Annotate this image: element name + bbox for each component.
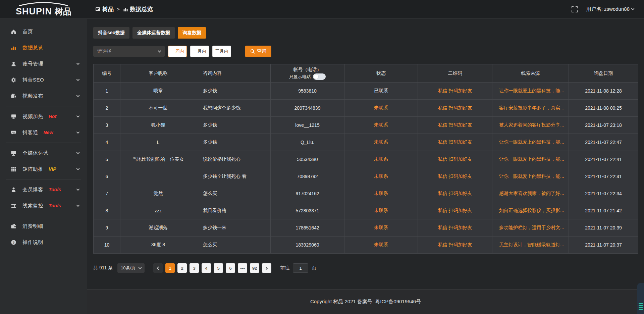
cell-source[interactable]: 让你一眼就爱上的黑科技，能...: [492, 134, 569, 151]
filter-select[interactable]: 请选择: [93, 46, 165, 57]
tab-抖音seo数据[interactable]: 抖音seo数据: [93, 27, 129, 39]
goto-page-input[interactable]: [293, 263, 308, 273]
cell-qrcode[interactable]: 私信 扫码加好友: [418, 134, 492, 151]
top-header: SHUPIN 树品 树品 > 数据总览: [0, 0, 644, 19]
page-button-92[interactable]: 92: [250, 263, 259, 273]
chevron-down-icon: [76, 151, 80, 154]
cell-qrcode[interactable]: 私信 扫码加好友: [418, 219, 492, 237]
home-icon: [10, 29, 17, 35]
copyright-text: Copyright 树品 2021 备案号: 粤ICP备09019646号: [310, 299, 421, 305]
next-page-button[interactable]: [262, 263, 271, 273]
prev-page-button[interactable]: [153, 263, 163, 273]
sidebar-item-视频发布[interactable]: 视频发布: [0, 88, 87, 104]
sidebar-item-矩阵助推[interactable]: 矩阵助推VIP: [0, 161, 87, 177]
page-button-6[interactable]: 6: [226, 263, 235, 273]
cell-qrcode[interactable]: 私信 扫码加好友: [418, 83, 492, 100]
sidebar-item-首页[interactable]: 首页: [0, 23, 87, 40]
cell-source[interactable]: 如何正确选择投影仪，买投影...: [492, 202, 569, 219]
sidebar-item-全媒体运营[interactable]: 全媒体运营: [0, 145, 87, 161]
sidebar-divider: [6, 143, 81, 143]
table-row: 3狐小狸多少钱love__1215未联系私信 扫码加好友被大家追着问的客厅投影分…: [94, 117, 638, 134]
monitor-icon: [10, 150, 17, 156]
table-row: 1036度 8怎么买183929060未联系私信 扫码加好友无主灯设计，智能磁吸…: [94, 237, 638, 254]
cell-qrcode[interactable]: 私信 扫码加好友: [418, 202, 492, 219]
sidebar-item-视频加热[interactable]: 视频加热Hot: [0, 108, 87, 124]
cell-source[interactable]: 无主灯设计，智能磁吸轨道灯...: [492, 237, 569, 254]
period-button-一月内[interactable]: 一月内: [190, 46, 209, 57]
cell-source[interactable]: 被大家追着问的客厅投影分享...: [492, 117, 569, 134]
chevron-down-icon: [158, 49, 161, 52]
page-size-select[interactable]: 10条/页: [117, 263, 145, 273]
chevron-right-icon: [265, 266, 268, 270]
column-header-编号: 编号: [94, 64, 120, 83]
tab-询盘数据[interactable]: 询盘数据: [178, 27, 206, 39]
sidebar-item-抖客通[interactable]: 抖客通New: [0, 124, 87, 141]
chat-icon: [10, 129, 17, 136]
cell-qrcode[interactable]: 私信 扫码加好友: [418, 151, 492, 168]
cell-source[interactable]: 让你一眼就爱上的黑科技，能...: [492, 168, 569, 185]
phone-toggle-label: 只显示电话: [289, 74, 311, 80]
breadcrumb: 树品 > 数据总览: [95, 5, 153, 13]
sidebar-item-抖音SEO[interactable]: 抖音SEO: [0, 72, 87, 88]
sidebar-item-线索监控[interactable]: 线索监控Tools: [0, 198, 87, 214]
customer-service-widget[interactable]: [637, 283, 644, 314]
sidebar-item-label: 矩阵助推: [22, 166, 43, 172]
breadcrumb-item-home[interactable]: 树品: [95, 5, 114, 13]
page-button-1[interactable]: 1: [165, 263, 175, 273]
sidebar-item-label: 首页: [22, 29, 33, 35]
cell-nickname: 狐小狸: [120, 117, 196, 134]
cell-id: 6: [94, 168, 120, 185]
sidebar-item-label: 操作说明: [22, 239, 43, 246]
cell-qrcode[interactable]: 私信 扫码加好友: [418, 117, 492, 134]
cell-account: 183929060: [271, 237, 344, 254]
sidebar-item-消费明细[interactable]: 消费明细: [0, 218, 87, 234]
app-root: SHUPIN 树品 树品 > 数据总览: [0, 0, 644, 314]
cell-source[interactable]: 让你一眼就爱上的黑科技，能...: [492, 83, 569, 100]
user-menu[interactable]: 用户名: zswodun88: [586, 6, 634, 12]
period-button-一周内[interactable]: 一周内: [168, 46, 187, 57]
logo: SHUPIN 树品: [0, 1, 87, 17]
sidebar-item-数据总览[interactable]: 数据总览: [0, 40, 87, 56]
breadcrumb-item-current[interactable]: 数据总览: [123, 5, 153, 13]
fullscreen-icon[interactable]: [572, 6, 578, 12]
cell-qrcode[interactable]: 私信 扫码加好友: [418, 168, 492, 185]
cell-source[interactable]: 多功能护栏灯，适用于乡村文...: [492, 219, 569, 237]
sidebar-divider: [6, 216, 81, 216]
cell-status: 未联系: [344, 134, 418, 151]
cell-qrcode[interactable]: 私信 扫码加好友: [418, 185, 492, 202]
cell-date: 2021-11-07 23:18: [569, 117, 638, 134]
cell-status: 未联系: [344, 237, 418, 254]
logo-text-en: SHUPIN: [16, 6, 52, 17]
search-button[interactable]: 查询: [245, 46, 271, 57]
period-button-三月内[interactable]: 三月内: [212, 46, 231, 57]
sidebar-item-账号管理[interactable]: 账号管理: [0, 56, 87, 72]
cell-nickname: L: [120, 134, 196, 151]
sidebar-item-操作说明[interactable]: ?操作说明: [0, 234, 87, 250]
page-button-3[interactable]: 3: [190, 263, 199, 273]
cell-qrcode[interactable]: 私信 扫码加好友: [418, 237, 492, 254]
cell-source[interactable]: 客厅安装投影半年多了，真实...: [492, 100, 569, 117]
sidebar-item-label: 会员爆客: [22, 187, 43, 193]
page-button-2[interactable]: 2: [177, 263, 187, 273]
breadcrumb-separator: >: [117, 7, 120, 12]
screen-icon: [10, 113, 17, 120]
cell-qrcode[interactable]: 私信 扫码加好友: [418, 100, 492, 117]
cell-source[interactable]: 让你一眼就爱上的黑科技，能...: [492, 151, 569, 168]
phone-only-toggle[interactable]: [313, 73, 326, 80]
cell-content: 我只看价格: [196, 202, 271, 219]
page-button-4[interactable]: 4: [202, 263, 211, 273]
sidebar-item-会员爆客[interactable]: 会员爆客Tools: [0, 181, 87, 198]
table-row: 5当地比较能吃的一位美女说说价格让我死心50534380未联系私信 扫码加好友让…: [94, 151, 638, 168]
search-icon: [250, 49, 255, 54]
sidebar-item-label: 视频加热: [22, 113, 43, 120]
cell-status: 未联系: [344, 185, 418, 202]
page-button-5[interactable]: 5: [214, 263, 223, 273]
chevron-left-icon: [157, 266, 160, 270]
cell-date: 2021-11-07 22:41: [569, 168, 638, 185]
tab-全媒体运营数据[interactable]: 全媒体运营数据: [132, 27, 175, 39]
more-pages-button[interactable]: •••: [238, 263, 247, 273]
cell-account: 917024162: [271, 185, 344, 202]
cell-source[interactable]: 感谢大家喜欢我家，被问了好...: [492, 185, 569, 202]
bar-chart-icon: [10, 45, 17, 51]
cell-date: 2021-11-07 22:34: [569, 185, 638, 202]
